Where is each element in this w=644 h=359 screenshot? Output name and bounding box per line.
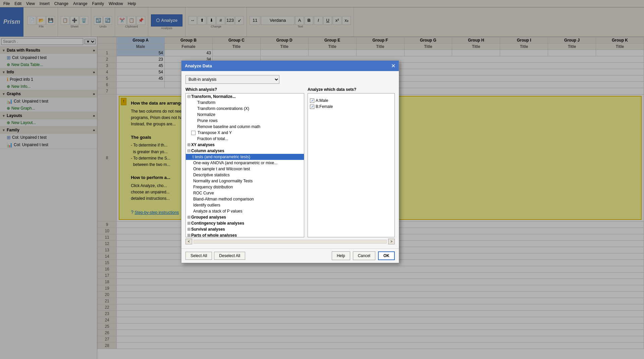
tree-item-label: Transform concentrations (X) (197, 106, 249, 111)
tree-item-label: Fraction of total... (197, 136, 228, 141)
dataset-a-male-label: A:Male (316, 98, 328, 103)
scroll-right-button[interactable]: > (388, 239, 395, 244)
tree-item-label: Column analyses (191, 148, 224, 153)
tree-item-bland-altman[interactable]: Bland-Altman method comparison (186, 196, 304, 202)
tree-item-column-analyses[interactable]: ⊟ Column analyses (186, 148, 304, 154)
tree-item-contingency[interactable]: ⊞ Contingency table analyses (186, 220, 304, 226)
checkbox-a-male[interactable] (310, 99, 314, 103)
tree-item-descriptive-stats[interactable]: Descriptive statistics (186, 172, 304, 178)
tree-item-label: Transform (197, 100, 215, 105)
tree-item-label: Normality and Lognormality Tests (193, 179, 253, 183)
tree-item-prune-rows[interactable]: Prune rows (186, 118, 304, 124)
tree-item-label: Remove baseline and column math (197, 124, 260, 129)
tree-item-label: XY analyses (191, 142, 215, 147)
deselect-all-button[interactable]: Deselect All (214, 252, 245, 260)
dialog-close-button[interactable]: ✕ (391, 63, 395, 69)
minus-icon-col: ⊟ (187, 148, 191, 153)
analyze-datasets-label: Analyze which data sets? (308, 87, 395, 92)
tree-item-transpose[interactable]: Transpose X and Y (186, 130, 304, 136)
dataset-b-female-label: B:Female (316, 104, 333, 109)
analysis-type-row: Built-in analysis (185, 75, 395, 84)
select-all-button[interactable]: Select All (185, 252, 212, 260)
analysis-type-select[interactable]: Built-in analysis (185, 75, 279, 84)
plus-icon-parts: ⊞ (187, 233, 191, 237)
tree-item-label: Frequency distribution (193, 185, 233, 189)
dialog-titlebar: Analyze Data ✕ (181, 61, 399, 71)
tree-item-t-tests[interactable]: t tests (and nonparametric tests) (186, 154, 304, 160)
tree-scrollbar-row: < > (185, 239, 395, 244)
dialog-main-content: ⊟ Transform, Normalize... Transform Tran… (185, 93, 395, 237)
dataset-item-b-female[interactable]: B:Female (310, 104, 392, 110)
tree-item-identify-outliers[interactable]: Identify outliers (186, 202, 304, 208)
dialog-labels-row: Which analysis? Analyze which data sets? (185, 87, 395, 92)
tree-item-label: Survival analyses (191, 227, 225, 232)
tree-item-analyze-p-values[interactable]: Analyze a stack of P values (186, 208, 304, 214)
tree-item-one-way-anova[interactable]: One-way ANOVA (and nonparametric or mixe… (186, 160, 304, 166)
tree-item-label: Prune rows (197, 118, 218, 123)
dialog-actions-right: Help Cancel OK (332, 251, 395, 260)
tree-item-label: Descriptive statistics (193, 173, 230, 177)
tree-item-normalize[interactable]: Normalize (186, 112, 304, 118)
dialog-title: Analyze Data (185, 63, 212, 68)
scroll-track[interactable] (194, 240, 387, 244)
tree-item-label: ROC Curve (193, 191, 214, 195)
tree-item-label: Transform, Normalize... (191, 94, 236, 99)
checkbox-b-female[interactable] (310, 105, 314, 109)
tree-item-transform-conc[interactable]: Transform concentrations (X) (186, 106, 304, 112)
tree-item-remove-baseline[interactable]: Remove baseline and column math (186, 124, 304, 130)
tree-item-label: Normalize (197, 112, 215, 117)
tree-item-label: Grouped analyses (191, 215, 226, 220)
dialog-body: Built-in analysis Which analysis? Analyz… (181, 71, 399, 248)
checkbox-transpose[interactable] (191, 131, 196, 135)
tree-item-transform-normalize[interactable]: ⊟ Transform, Normalize... (186, 94, 304, 100)
analyze-data-dialog: Analyze Data ✕ Built-in analysis Which a… (181, 60, 399, 263)
plus-icon-survival: ⊞ (187, 227, 191, 232)
minus-icon: ⊟ (187, 94, 191, 99)
tree-item-label: Contingency table analyses (191, 221, 244, 226)
plus-icon-contingency: ⊞ (187, 221, 191, 226)
plus-icon-grouped: ⊞ (187, 215, 191, 220)
help-button[interactable]: Help (332, 251, 350, 260)
tree-item-normality[interactable]: Normality and Lognormality Tests (186, 178, 304, 184)
tree-item-roc-curve[interactable]: ROC Curve (186, 190, 304, 196)
analysis-tree: ⊟ Transform, Normalize... Transform Tran… (185, 93, 304, 237)
tree-item-label: One-way ANOVA (and nonparametric or mixe… (193, 161, 277, 165)
tree-item-label: Identify outliers (193, 203, 220, 207)
dialog-actions: Select All Deselect All Help Cancel OK (181, 248, 399, 263)
datasets-panel: A:Male B:Female (308, 93, 395, 237)
ok-button[interactable]: OK (378, 251, 395, 260)
tree-item-label: t tests (and nonparametric tests) (193, 155, 250, 159)
plus-icon-xy: ⊞ (187, 142, 191, 147)
tree-item-parts-of-whole[interactable]: ⊞ Parts of whole analyses (186, 232, 304, 237)
tree-item-label: Transpose X and Y (198, 130, 232, 135)
scroll-left-button[interactable]: < (185, 239, 192, 244)
which-analysis-label: Which analysis? (185, 87, 304, 92)
tree-item-label: Parts of whole analyses (191, 233, 237, 237)
dataset-item-a-male[interactable]: A:Male (310, 98, 392, 104)
tree-item-one-sample-t[interactable]: One sample t and Wilcoxon test (186, 166, 304, 172)
tree-item-label: Analyze a stack of P values (193, 209, 243, 214)
tree-item-grouped-analyses[interactable]: ⊞ Grouped analyses (186, 214, 304, 220)
tree-item-survival[interactable]: ⊞ Survival analyses (186, 226, 304, 232)
tree-item-frequency[interactable]: Frequency distribution (186, 184, 304, 190)
tree-item-label: Bland-Altman method comparison (193, 197, 254, 201)
tree-item-transform[interactable]: Transform (186, 100, 304, 106)
tree-item-label: One sample t and Wilcoxon test (193, 167, 250, 171)
cancel-button[interactable]: Cancel (353, 251, 375, 260)
select-buttons-group: Select All Deselect All (185, 252, 245, 260)
dialog-overlay: Analyze Data ✕ Built-in analysis Which a… (0, 0, 644, 359)
tree-item-xy-analyses[interactable]: ⊞ XY analyses (186, 142, 304, 148)
tree-item-fraction[interactable]: Fraction of total... (186, 136, 304, 142)
